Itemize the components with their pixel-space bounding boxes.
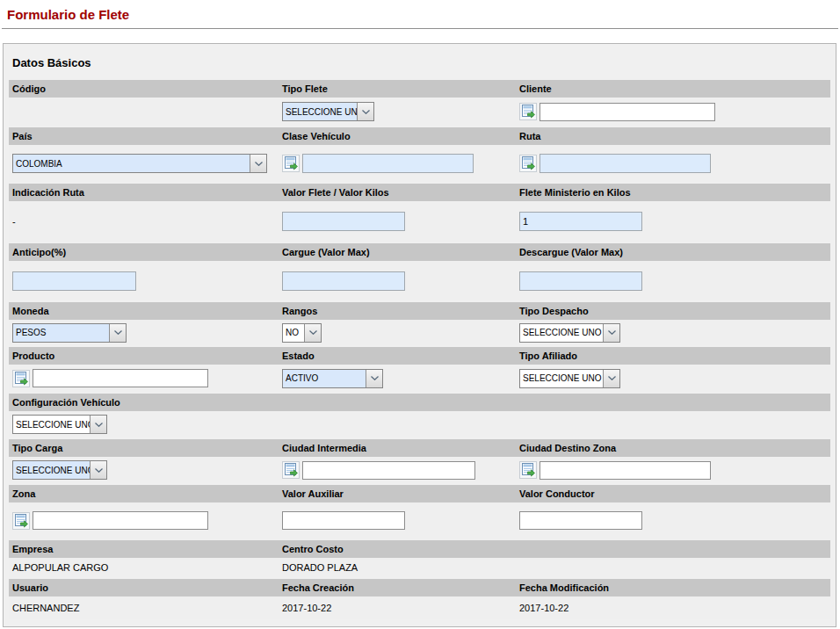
field-group-anticipo-cargue-descargue: Anticipo(%) Cargue (Valor Max) Descargue… [9, 243, 830, 300]
fecha-modificacion-label: Fecha Modificación [516, 582, 830, 593]
estado-selected-value: ACTIVO [283, 370, 366, 387]
cargue-label: Cargue (Valor Max) [279, 247, 516, 257]
ciudad-intermedia-label: Ciudad Intermedia [279, 443, 516, 453]
producto-label: Producto [9, 351, 279, 361]
configuracion-vehiculo-select[interactable]: SELECCIONE UNO [12, 415, 107, 434]
tipo-despacho-select[interactable]: SELECCIONE UNO [519, 323, 620, 343]
rangos-select[interactable]: NO [282, 323, 322, 343]
chevron-down-icon [90, 416, 106, 433]
valor-conductor-input[interactable] [519, 511, 642, 530]
rangos-label: Rangos [279, 306, 516, 316]
empresa-value: ALPOPULAR CARGO [9, 562, 279, 573]
ciudad-destino-zona-label: Ciudad Destino Zona [516, 443, 830, 453]
centro-costo-value: DORADO PLAZA [279, 562, 516, 573]
valor-flete-label: Valor Flete / Valor Kilos [279, 187, 516, 198]
anticipo-input[interactable] [12, 271, 136, 291]
pais-label: País [9, 131, 279, 141]
field-group-indicacion-valorflete-fleteministerio: Indicación Ruta Valor Flete / Valor Kilo… [9, 184, 830, 242]
moneda-select[interactable]: PESOS [12, 323, 127, 343]
configuracion-vehiculo-selected-value: SELECCIONE UNO [13, 416, 90, 433]
chevron-down-icon [90, 461, 106, 479]
chevron-down-icon [357, 103, 373, 120]
producto-input[interactable] [33, 369, 208, 387]
fecha-creacion-value: 2017-10-22 [279, 603, 516, 613]
field-group-tipocarga-ciudades: Tipo Carga Ciudad Intermedia Ciudad Dest… [9, 439, 830, 483]
tipo-carga-label: Tipo Carga [9, 443, 279, 453]
cargue-input[interactable] [282, 271, 405, 291]
tipo-carga-select[interactable]: SELECCIONE UNO [12, 460, 107, 480]
ruta-input[interactable] [539, 154, 711, 173]
chevron-down-icon [603, 370, 619, 387]
tipo-afiliado-selected-value: SELECCIONE UNO [520, 370, 603, 387]
header-divider [2, 28, 838, 29]
usuario-label: Usuario [9, 582, 279, 593]
tipo-flete-selected-value: SELECCIONE UNO [283, 103, 357, 120]
chevron-down-icon [304, 324, 321, 342]
tipo-flete-label: Tipo Flete [279, 83, 516, 94]
cliente-label: Cliente [516, 83, 830, 94]
clase-vehiculo-lookup-icon[interactable] [282, 155, 300, 172]
usuario-value: CHERNANDEZ [9, 603, 279, 613]
tipo-flete-select[interactable]: SELECCIONE UNO [282, 102, 374, 121]
descargue-input[interactable] [519, 271, 642, 291]
descargue-label: Descargue (Valor Max) [516, 247, 830, 257]
field-group-pais-clasevehiculo-ruta: País Clase Vehículo Ruta COLOMBIA [9, 127, 830, 182]
moneda-label: Moneda [9, 306, 279, 316]
flete-ministerio-label: Flete Ministerio en Kilos [516, 187, 830, 198]
field-group-configuracion-vehiculo: Configuración Vehículo SELECCIONE UNO [9, 394, 830, 437]
estado-select[interactable]: ACTIVO [282, 369, 383, 388]
datos-basicos-panel: Datos Básicos Código Tipo Flete Cliente … [3, 43, 836, 627]
estado-label: Estado [279, 351, 516, 361]
chevron-down-icon [603, 324, 619, 342]
cliente-input[interactable] [539, 103, 715, 121]
codigo-label: Código [9, 83, 279, 94]
chevron-down-icon [366, 370, 382, 387]
rangos-selected-value: NO [283, 324, 304, 342]
empresa-label: Empresa [9, 544, 279, 554]
centro-costo-label: Centro Costo [279, 544, 516, 554]
field-group-codigo-tipoflete-cliente: Código Tipo Flete Cliente SELECCIONE UNO [9, 80, 830, 126]
moneda-selected-value: PESOS [13, 324, 109, 342]
field-group-usuario-fechas: Usuario Fecha Creación Fecha Modificació… [9, 579, 830, 619]
anticipo-label: Anticipo(%) [9, 247, 279, 257]
pais-select[interactable]: COLOMBIA [12, 154, 267, 173]
tipo-carga-selected-value: SELECCIONE UNO [13, 461, 90, 479]
valor-auxiliar-label: Valor Auxiliar [279, 488, 516, 499]
flete-ministerio-input[interactable] [519, 212, 642, 231]
ciudad-destino-zona-input[interactable] [539, 461, 711, 480]
tipo-afiliado-select[interactable]: SELECCIONE UNO [519, 369, 620, 388]
valor-auxiliar-input[interactable] [282, 511, 405, 530]
panel-title: Datos Básicos [4, 44, 836, 80]
ciudad-destino-zona-lookup-icon[interactable] [519, 461, 537, 479]
producto-lookup-icon[interactable] [12, 370, 30, 387]
indicacion-ruta-value: - [9, 216, 279, 227]
ruta-lookup-icon[interactable] [519, 155, 537, 172]
cliente-lookup-icon[interactable] [519, 103, 537, 120]
valor-conductor-label: Valor Conductor [516, 488, 830, 499]
zona-lookup-icon[interactable] [12, 512, 30, 530]
chevron-down-icon [250, 155, 266, 172]
tipo-despacho-label: Tipo Despacho [516, 306, 830, 316]
pais-selected-value: COLOMBIA [13, 155, 250, 172]
chevron-down-icon [109, 324, 126, 342]
ruta-label: Ruta [516, 131, 830, 141]
field-group-moneda-rangos-tipodespacho: Moneda Rangos Tipo Despacho PESOS NO SEL… [9, 302, 830, 345]
indicacion-ruta-label: Indicación Ruta [9, 187, 279, 198]
page-title: Formulario de Flete [7, 7, 833, 22]
ciudad-intermedia-input[interactable] [302, 461, 475, 480]
fecha-modificacion-value: 2017-10-22 [516, 603, 830, 613]
field-group-producto-estado-tipoafiliado: Producto Estado Tipo Afiliado ACTIVO S [9, 347, 830, 392]
tipo-afiliado-label: Tipo Afiliado [516, 351, 830, 361]
clase-vehiculo-input[interactable] [302, 154, 474, 173]
valor-flete-input[interactable] [282, 212, 405, 231]
ciudad-intermedia-lookup-icon[interactable] [282, 461, 300, 479]
field-group-zona-valores: Zona Valor Auxiliar Valor Conductor [9, 485, 830, 539]
zona-label: Zona [9, 488, 279, 499]
configuracion-vehiculo-label: Configuración Vehículo [9, 397, 830, 408]
zona-input[interactable] [33, 511, 208, 530]
clase-vehiculo-label: Clase Vehículo [279, 131, 516, 141]
field-group-empresa-centrocosto: Empresa Centro Costo ALPOPULAR CARGO DOR… [9, 540, 830, 577]
tipo-despacho-selected-value: SELECCIONE UNO [520, 324, 603, 342]
fecha-creacion-label: Fecha Creación [279, 582, 516, 593]
page-header: Formulario de Flete [0, 0, 840, 22]
